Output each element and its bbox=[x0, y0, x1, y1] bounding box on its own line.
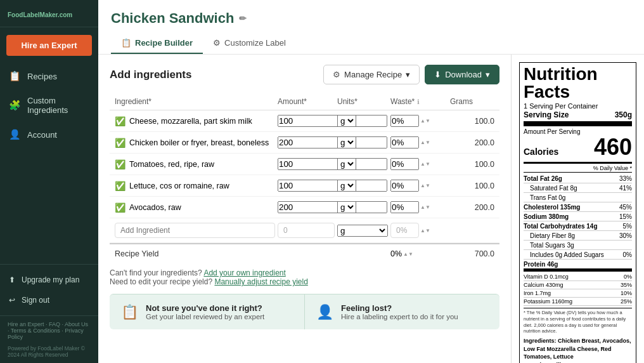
waste-input[interactable] bbox=[390, 180, 419, 192]
nf-vitamins: Vitamin D 0.1mcg0%Calcium 430mg35%Iron 1… bbox=[524, 273, 632, 306]
waste-input[interactable] bbox=[390, 158, 419, 170]
banner-expert-sub: Hire a labeling expert to do it for you bbox=[341, 313, 458, 320]
add-own-ingredient-link[interactable]: Add your own ingredient bbox=[203, 268, 285, 277]
nf-dv-label: % Daily Value * bbox=[524, 165, 632, 173]
nf-nutrient-row: Protein 46g bbox=[524, 260, 632, 272]
nf-serving-size-label: Serving Size bbox=[524, 110, 569, 119]
banner-item-expert[interactable]: 👤 Feeling lost? Hire a labeling expert t… bbox=[305, 294, 499, 329]
waste-cell: ▲▼ bbox=[390, 201, 448, 213]
units-select[interactable]: g bbox=[337, 115, 356, 127]
tabs: 📋 Recipe Builder ⚙ Customize Label bbox=[111, 33, 631, 54]
check-icon: ✅ bbox=[115, 202, 126, 213]
header-ingredient: Ingredient* bbox=[115, 97, 275, 106]
spinner-icons[interactable]: ▲▼ bbox=[420, 228, 430, 234]
yield-label: Recipe Yield bbox=[115, 249, 275, 258]
footer-links: Hire an Expert · FAQ · About Us · Terms … bbox=[8, 321, 88, 340]
units-cell: g bbox=[337, 115, 388, 127]
header-units: Units* bbox=[337, 97, 388, 106]
content-area: Add ingredients ⚙ Manage Recipe ▾ ⬇ Down… bbox=[98, 55, 644, 363]
tab-recipe-builder[interactable]: 📋 Recipe Builder bbox=[111, 33, 203, 54]
account-icon: 👤 bbox=[9, 129, 21, 140]
hint-2: Need to edit your recipe yield? Manually… bbox=[110, 277, 499, 286]
manage-recipe-icon: ⚙ bbox=[333, 70, 340, 79]
add-units-select[interactable]: g bbox=[337, 225, 388, 237]
sign-out-item[interactable]: ↩ Sign out bbox=[0, 290, 98, 310]
nf-calories-row: Calories 460 bbox=[524, 134, 632, 164]
nf-calories-label: Calories bbox=[524, 147, 558, 157]
amount-cell bbox=[278, 180, 335, 192]
waste-input[interactable] bbox=[390, 136, 419, 148]
logo-text: FoodLabelMaker bbox=[8, 11, 58, 18]
customize-label-tab-label: Customize Label bbox=[224, 38, 286, 48]
units-select[interactable]: g bbox=[337, 201, 356, 213]
nf-nutrient-row: Total Fat 26g33% bbox=[524, 174, 632, 183]
header-waste: Waste* ℹ bbox=[390, 97, 448, 106]
nf-vitamin-row: Vitamin D 0.1mcg0% bbox=[524, 273, 632, 281]
table-row: ✅ Chicken boiler or fryer, breast, bonel… bbox=[110, 132, 499, 154]
spinner-icons[interactable]: ▲▼ bbox=[420, 183, 430, 188]
grams-value: 100.0 bbox=[450, 117, 494, 126]
header-grams: Grams bbox=[450, 97, 494, 106]
upgrade-plan-item[interactable]: ⬆ Upgrade my plan bbox=[0, 270, 98, 290]
waste-cell: ▲▼ bbox=[390, 115, 448, 127]
check-icon: ✅ bbox=[115, 181, 126, 191]
edit-title-icon[interactable]: ✏ bbox=[239, 13, 247, 23]
units-select[interactable]: g bbox=[337, 136, 356, 148]
add-ingredient-input[interactable] bbox=[115, 223, 275, 238]
hire-expert-button[interactable]: Hire an Expert bbox=[6, 35, 92, 56]
check-icon: ✅ bbox=[115, 138, 126, 148]
nf-nutrient-row: Includes 0g Added Sugars 0% bbox=[524, 250, 632, 260]
spinner-icons[interactable]: ▲▼ bbox=[420, 204, 430, 210]
sidebar-logo: FoodLabelMaker.com bbox=[0, 0, 98, 27]
nf-serving-size-val: 350g bbox=[615, 110, 632, 119]
sidebar-item-recipes[interactable]: 📋 Recipes bbox=[0, 63, 98, 89]
download-button[interactable]: ⬇ Download ▾ bbox=[425, 65, 499, 84]
add-waste-input[interactable] bbox=[390, 223, 419, 238]
nutrition-facts-box: Nutrition Facts 1 Serving Per Container … bbox=[519, 62, 636, 363]
table-row: ✅ Lettuce, cos or romaine, raw g ▲▼ 100.… bbox=[110, 175, 499, 197]
add-amount-input[interactable] bbox=[278, 223, 335, 238]
sidebar: FoodLabelMaker.com Hire an Expert 📋 Reci… bbox=[0, 0, 98, 363]
banner-item-review[interactable]: 📋 Not sure you've done it right? Get you… bbox=[110, 294, 305, 329]
amount-cell bbox=[278, 201, 335, 213]
download-label: Download bbox=[445, 70, 482, 79]
units-select[interactable]: g bbox=[337, 158, 356, 170]
waste-cell: ▲▼ bbox=[390, 180, 448, 192]
spinner-icons[interactable]: ▲▼ bbox=[420, 140, 430, 145]
recipe-title: Chicken Sandwich bbox=[111, 10, 234, 27]
section-title: Add ingredients bbox=[110, 69, 191, 81]
sidebar-item-account[interactable]: 👤 Account bbox=[0, 122, 98, 147]
spinner-icons[interactable]: ▲▼ bbox=[420, 118, 430, 124]
sidebar-footer: Hire an Expert · FAQ · About Us · Terms … bbox=[0, 315, 98, 343]
adjust-yield-link[interactable]: Manually adjust recipe yield bbox=[214, 277, 307, 286]
units-cell: g bbox=[337, 201, 388, 213]
grams-value: 200.0 bbox=[450, 138, 494, 147]
sidebar-item-custom-ingredients[interactable]: 🧩 Custom Ingredients bbox=[0, 89, 98, 122]
amount-cell bbox=[278, 115, 335, 127]
toolbar-buttons: ⚙ Manage Recipe ▾ ⬇ Download ▾ bbox=[323, 65, 499, 84]
manage-recipe-button[interactable]: ⚙ Manage Recipe ▾ bbox=[323, 65, 420, 84]
customize-label-tab-icon: ⚙ bbox=[213, 38, 221, 48]
logo-suffix: .com bbox=[58, 11, 72, 18]
yield-waste-cell: 0% ▲▼ bbox=[390, 249, 448, 258]
sidebar-nav: 📋 Recipes 🧩 Custom Ingredients 👤 Account bbox=[0, 63, 98, 264]
page-header: Chicken Sandwich ✏ 📋 Recipe Builder ⚙ Cu… bbox=[98, 0, 644, 55]
sidebar-bottom: ⬆ Upgrade my plan ↩ Sign out bbox=[0, 264, 98, 315]
yield-waste: 0% bbox=[390, 249, 402, 258]
waste-input[interactable] bbox=[390, 201, 419, 213]
add-ingredient-row: g ▲▼ bbox=[110, 218, 499, 243]
spinner-icons[interactable]: ▲▼ bbox=[420, 161, 430, 167]
units-select[interactable]: g bbox=[337, 180, 356, 192]
ingredients-table: Ingredient* Amount* Units* Waste* ℹ Gram… bbox=[110, 93, 499, 263]
grams-value: 200.0 bbox=[450, 203, 494, 212]
units-cell: g bbox=[337, 136, 388, 148]
custom-ingredients-icon: 🧩 bbox=[9, 100, 21, 111]
tab-customize-label[interactable]: ⚙ Customize Label bbox=[203, 33, 296, 54]
waste-input[interactable] bbox=[390, 115, 419, 127]
banner-expert-title: Feeling lost? bbox=[341, 303, 458, 313]
yield-spinner[interactable]: ▲▼ bbox=[403, 251, 413, 257]
nf-nutrient-row: Dietary Fiber 8g30% bbox=[524, 231, 632, 241]
sign-out-label: Sign out bbox=[22, 296, 49, 305]
sign-out-icon: ↩ bbox=[9, 296, 15, 305]
recipes-icon: 📋 bbox=[9, 70, 21, 82]
